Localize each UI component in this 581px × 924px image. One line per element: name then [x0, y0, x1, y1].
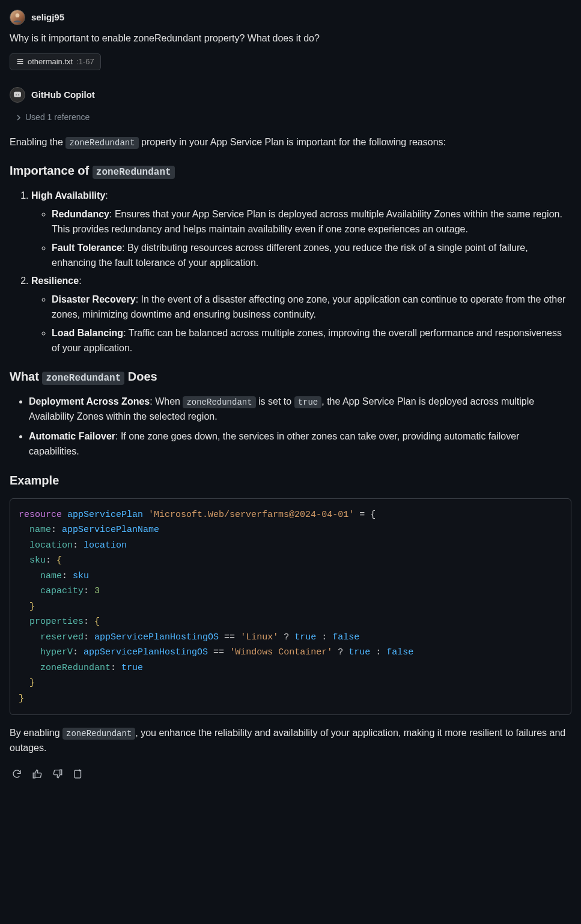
file-chip-lines: :1-67 [76, 56, 94, 68]
importance-1-sub-2: Fault Tolerance: By distributing resourc… [52, 241, 571, 271]
importance-2-sub-1: Disaster Recovery: In the event of a dis… [52, 292, 571, 322]
what-item-1: Deployment Across Zones: When zoneRedund… [29, 394, 571, 424]
code-block-example[interactable]: resource appServicePlan 'Microsoft.Web/s… [10, 498, 571, 716]
importance-2-sub-2: Load Balancing: Traffic can be balanced … [52, 326, 571, 356]
refresh-icon [11, 768, 22, 779]
used-reference-toggle[interactable]: Used 1 reference [16, 111, 90, 124]
file-chip-name: othermain.txt [28, 56, 73, 68]
importance-list: High Availability: Redundancy: Ensures t… [10, 189, 571, 355]
message-actions [10, 764, 571, 781]
svg-point-0 [16, 13, 20, 17]
outro-paragraph: By enabling zoneRedundant, you enhance t… [10, 726, 571, 756]
insert-icon [73, 768, 84, 779]
insert-button[interactable] [72, 768, 84, 780]
what-item-2: Automatic Failover: If one zone goes dow… [29, 429, 571, 459]
regenerate-button[interactable] [11, 768, 23, 780]
heading-example: Example [10, 471, 571, 490]
importance-item-2: Resilience: Disaster Recovery: In the ev… [31, 274, 571, 355]
heading-importance: Importance of zoneRedundant [10, 162, 571, 180]
used-reference-label: Used 1 reference [25, 111, 90, 124]
assistant-name: GitHub Copilot [31, 88, 95, 101]
thumbs-up-icon [32, 768, 43, 779]
intro-paragraph: Enabling the zoneRedundant property in y… [10, 135, 571, 150]
importance-item-1: High Availability: Redundancy: Ensures t… [31, 189, 571, 270]
code-zoneredundant: zoneRedundant [65, 137, 138, 149]
heading-what-does: What zoneRedundant Does [10, 367, 571, 386]
svg-point-2 [18, 94, 19, 95]
chevron-right-icon [16, 115, 22, 121]
list-icon [16, 58, 24, 65]
svg-point-1 [16, 94, 17, 95]
thumbs-down-icon [52, 768, 63, 779]
file-reference-chip[interactable]: othermain.txt:1-67 [10, 53, 101, 70]
assistant-header: GitHub Copilot [10, 87, 571, 103]
user-header: seligj95 [10, 10, 571, 25]
assistant-answer: Enabling the zoneRedundant property in y… [10, 135, 571, 756]
thumbs-up-button[interactable] [31, 768, 43, 780]
copilot-avatar [10, 87, 25, 103]
user-name: seligj95 [31, 10, 64, 24]
thumbs-down-button[interactable] [52, 768, 64, 780]
what-does-list: Deployment Across Zones: When zoneRedund… [10, 394, 571, 459]
user-avatar [10, 10, 25, 25]
copilot-icon [13, 90, 22, 100]
user-message: seligj95 Why is it important to enable z… [10, 10, 571, 70]
assistant-message: GitHub Copilot Used 1 reference Enabling… [10, 87, 571, 781]
user-question: Why is it important to enable zoneRedund… [10, 31, 571, 46]
svg-rect-3 [75, 770, 81, 778]
importance-1-sub-1: Redundancy: Ensures that your App Servic… [52, 207, 571, 237]
